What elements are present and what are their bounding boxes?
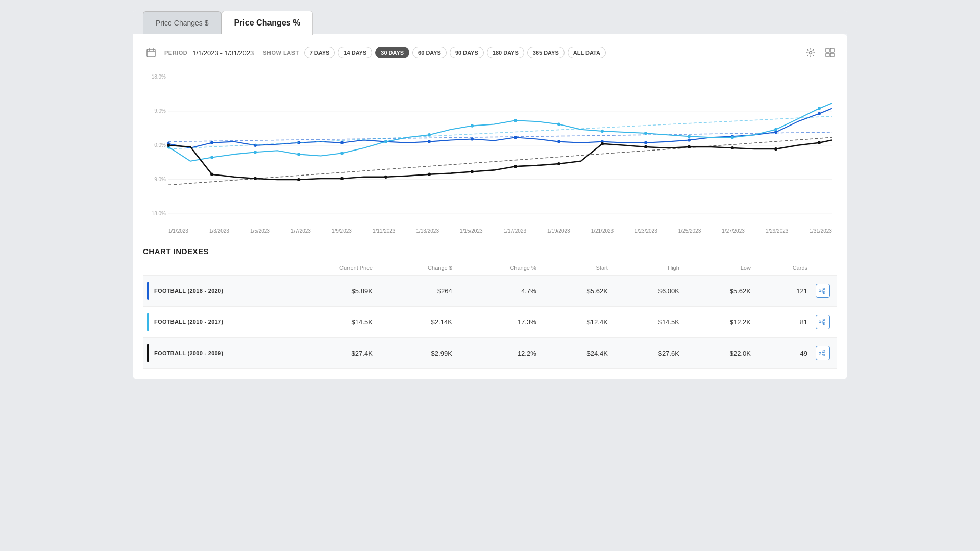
svg-point-56 [254, 177, 257, 180]
row-change-dollar-1: $264 [377, 276, 456, 307]
x-label-13: 1/25/2023 [678, 228, 701, 234]
row-name-3: FOOTBALL (2000 - 2009) [143, 338, 276, 369]
x-label-10: 1/19/2023 [547, 228, 570, 234]
table-row: FOOTBALL (2000 - 2009) $27.4K $2.99K 12.… [143, 338, 837, 369]
svg-point-64 [601, 142, 604, 145]
row-high-1: $6.00K [612, 276, 683, 307]
svg-text:18.0%: 18.0% [152, 73, 166, 79]
row-low-2: $12.2K [683, 307, 755, 338]
x-label-12: 1/23/2023 [634, 228, 657, 234]
col-header-current-price: Current Price [276, 263, 377, 276]
row-start-3: $24.4K [541, 338, 612, 369]
row-current-price-2: $14.5K [276, 307, 377, 338]
btn-14-days[interactable]: 14 DAYS [338, 47, 372, 58]
svg-point-48 [644, 132, 647, 135]
show-last-label: SHOW LAST [263, 49, 299, 56]
row-change-dollar-3: $2.99K [377, 338, 456, 369]
col-header-change-pct: Change % [456, 263, 541, 276]
x-label-8: 1/15/2023 [460, 228, 483, 234]
x-label-6: 1/11/2023 [373, 228, 396, 234]
svg-point-49 [688, 135, 691, 138]
chart-area: 18.0% 9.0% 0.0% -9.0% -18.0% [143, 69, 837, 227]
btn-365-days[interactable]: 365 DAYS [527, 47, 565, 58]
row-change-dollar-2: $2.14K [377, 307, 456, 338]
row-change-pct-1: 4.7% [456, 276, 541, 307]
period-buttons: 7 DAYS 14 DAYS 30 DAYS 60 DAYS 90 DAYS 1… [304, 47, 606, 58]
svg-point-44 [471, 124, 474, 128]
svg-point-66 [688, 145, 691, 148]
svg-point-38 [210, 156, 213, 159]
svg-point-60 [428, 173, 431, 176]
svg-point-52 [818, 107, 821, 110]
col-header-start: Start [541, 263, 612, 276]
svg-point-58 [340, 177, 344, 180]
table-row: FOOTBALL (2018 - 2020) $5.89K $264 4.7% … [143, 276, 837, 307]
share-button-1[interactable] [816, 284, 830, 298]
btn-60-days[interactable]: 60 DAYS [412, 47, 447, 58]
row-share-2[interactable] [812, 307, 837, 338]
period-value: 1/1/2023 - 1/31/2023 [192, 49, 254, 57]
calendar-icon[interactable] [143, 44, 159, 61]
main-card: PERIOD 1/1/2023 - 1/31/2023 SHOW LAST 7 … [133, 34, 847, 379]
svg-point-45 [514, 119, 517, 122]
controls-right [803, 45, 837, 60]
x-label-16: 1/31/2023 [809, 228, 832, 234]
period-label: PERIOD [164, 49, 187, 56]
svg-rect-0 [147, 49, 155, 57]
svg-text:0.0%: 0.0% [154, 142, 166, 148]
row-cards-3: 49 [755, 338, 812, 369]
svg-rect-6 [830, 48, 834, 52]
btn-180-days[interactable]: 180 DAYS [487, 47, 524, 58]
row-share-3[interactable] [812, 338, 837, 369]
svg-point-27 [471, 137, 474, 140]
svg-text:-18.0%: -18.0% [150, 211, 166, 216]
tab-bar: Price Changes $ Price Changes % [133, 10, 847, 34]
svg-point-61 [471, 170, 474, 173]
x-label-3: 1/5/2023 [250, 228, 270, 234]
share-button-2[interactable] [816, 315, 830, 329]
svg-point-29 [557, 140, 560, 143]
row-current-price-1: $5.89K [276, 276, 377, 307]
tab-price-changes-percent[interactable]: Price Changes % [222, 11, 313, 35]
svg-point-50 [731, 136, 734, 139]
chart-indexes-title: CHART INDEXES [143, 247, 837, 256]
btn-90-days[interactable]: 90 DAYS [450, 47, 484, 58]
chart-svg: 18.0% 9.0% 0.0% -9.0% -18.0% [143, 69, 837, 227]
svg-point-43 [428, 133, 431, 136]
share-button-3[interactable] [816, 346, 830, 360]
svg-point-39 [254, 151, 257, 154]
x-label-1: 1/1/2023 [168, 228, 188, 234]
svg-point-32 [688, 138, 691, 141]
col-header-change-dollar: Change $ [377, 263, 456, 276]
row-change-pct-2: 17.3% [456, 307, 541, 338]
btn-all-data[interactable]: ALL DATA [568, 47, 606, 58]
svg-line-36 [168, 116, 832, 149]
row-low-3: $22.0K [683, 338, 755, 369]
row-color-bar-3 [147, 344, 149, 362]
svg-point-55 [210, 173, 213, 176]
row-high-3: $27.6K [612, 338, 683, 369]
btn-7-days[interactable]: 7 DAYS [304, 47, 335, 58]
row-color-bar-2 [147, 313, 149, 331]
svg-point-46 [557, 122, 560, 126]
svg-point-28 [514, 136, 517, 139]
svg-point-47 [601, 130, 604, 133]
col-header-cards: Cards [755, 263, 812, 276]
svg-point-62 [514, 165, 517, 168]
row-change-pct-3: 12.2% [456, 338, 541, 369]
col-header-share [812, 263, 837, 276]
table-row: FOOTBALL (2010 - 2017) $14.5K $2.14K 17.… [143, 307, 837, 338]
row-start-1: $5.62K [541, 276, 612, 307]
svg-point-26 [428, 140, 431, 143]
svg-text:9.0%: 9.0% [154, 108, 166, 114]
grid-icon[interactable] [823, 45, 837, 60]
x-label-11: 1/21/2023 [591, 228, 614, 234]
settings-icon[interactable] [803, 45, 818, 60]
x-label-2: 1/3/2023 [209, 228, 229, 234]
svg-point-22 [254, 144, 257, 147]
col-header-low: Low [683, 263, 755, 276]
btn-30-days[interactable]: 30 DAYS [375, 47, 409, 58]
tab-price-changes-dollar[interactable]: Price Changes $ [143, 11, 222, 34]
row-share-1[interactable] [812, 276, 837, 307]
row-low-1: $5.62K [683, 276, 755, 307]
